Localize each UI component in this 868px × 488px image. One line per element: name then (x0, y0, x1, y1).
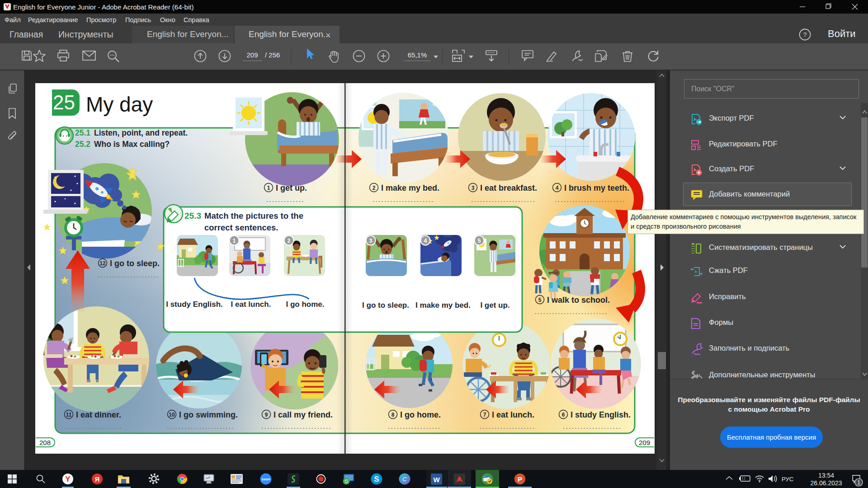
svg-text:I study English.: I study English. (166, 300, 223, 309)
svg-text:Я: Я (95, 475, 100, 483)
svg-text:Who is Max calling?: Who is Max calling? (94, 140, 170, 149)
svg-text:4: 4 (424, 238, 427, 244)
svg-text:208: 208 (39, 439, 51, 446)
svg-text:I eat dinner.: I eat dinner. (76, 410, 121, 419)
svg-text:2: 2 (288, 238, 291, 244)
svg-text:7: 7 (483, 412, 486, 418)
svg-text:3: 3 (472, 185, 475, 191)
svg-text:S: S (374, 475, 379, 483)
svg-text:My day: My day (86, 93, 153, 116)
svg-text:I go to sleep.: I go to sleep. (362, 301, 409, 310)
svg-text:3: 3 (369, 238, 373, 244)
svg-text:25.1: 25.1 (75, 128, 90, 137)
svg-text:I make my bed.: I make my bed. (415, 301, 471, 310)
svg-text:25: 25 (53, 91, 75, 113)
svg-text:6: 6 (562, 412, 565, 418)
svg-text:2: 2 (373, 185, 376, 191)
svg-text:1: 1 (267, 185, 270, 191)
svg-text:Match the pictures to the: Match the pictures to the (204, 211, 303, 221)
svg-text:25.2: 25.2 (75, 140, 90, 149)
svg-text:I walk to school.: I walk to school. (547, 296, 610, 305)
svg-text:5: 5 (538, 297, 542, 303)
svg-text:5: 5 (478, 238, 481, 244)
svg-text:zoom: zoom (261, 477, 270, 481)
svg-text:I study English.: I study English. (571, 410, 631, 419)
svg-text:I go home.: I go home. (286, 300, 325, 309)
svg-text:I go swimming.: I go swimming. (179, 410, 238, 419)
svg-text:25.3: 25.3 (184, 211, 201, 221)
svg-text:correct sentences.: correct sentences. (204, 223, 278, 232)
svg-text:12: 12 (99, 260, 106, 267)
svg-text:I brush my teeth.: I brush my teeth. (564, 183, 629, 192)
svg-text:I eat breakfast.: I eat breakfast. (480, 183, 537, 192)
svg-text:I go to sleep.: I go to sleep. (110, 259, 160, 268)
svg-text:11: 11 (66, 412, 72, 418)
svg-text:209: 209 (639, 439, 650, 446)
svg-text:I get up.: I get up. (276, 183, 307, 192)
svg-text:10: 10 (169, 412, 175, 418)
svg-text:I get up.: I get up. (480, 301, 509, 310)
svg-text:8: 8 (392, 412, 395, 418)
svg-text:C: C (402, 476, 407, 483)
svg-text:1: 1 (857, 479, 860, 486)
svg-text:I call my friend.: I call my friend. (274, 410, 333, 419)
svg-text:Listen, point, and repeat.: Listen, point, and repeat. (94, 128, 188, 137)
svg-text:?: ? (803, 31, 807, 38)
svg-text:I make my bed.: I make my bed. (381, 183, 439, 192)
svg-text:W: W (433, 476, 440, 483)
svg-text:P: P (518, 475, 522, 483)
svg-text:Y: Y (65, 475, 71, 483)
svg-text:9: 9 (265, 412, 268, 418)
svg-text:I eat lunch.: I eat lunch. (492, 410, 534, 419)
svg-text:1: 1 (233, 238, 236, 244)
svg-text:I go home.: I go home. (400, 410, 441, 419)
svg-text:I eat lunch.: I eat lunch. (231, 300, 271, 309)
svg-text:4: 4 (556, 185, 559, 191)
